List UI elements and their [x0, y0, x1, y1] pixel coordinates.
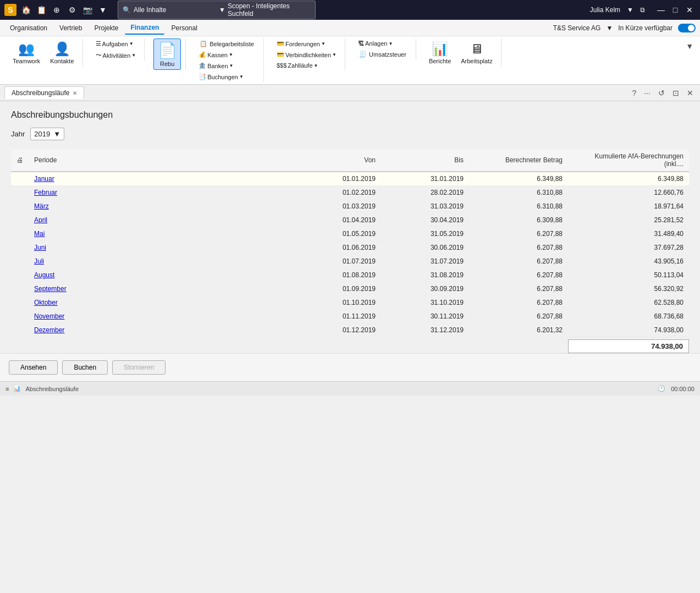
- umsatzsteuer-button[interactable]: 🧾 Umsatzsteuer: [354, 49, 411, 59]
- restore-icon[interactable]: ⧉: [640, 6, 645, 14]
- menu-organisation[interactable]: Organisation: [4, 22, 53, 34]
- soon-toggle[interactable]: [678, 24, 696, 32]
- row-periode[interactable]: November: [29, 310, 293, 323]
- berichte-button[interactable]: 📊 Berichte: [425, 39, 455, 67]
- menu-personal[interactable]: Personal: [166, 22, 202, 34]
- row-periode[interactable]: Januar: [29, 172, 293, 186]
- more-button[interactable]: ···: [642, 87, 653, 98]
- row-periode[interactable]: März: [29, 200, 293, 213]
- aufgaben-button[interactable]: ☰ Aufgaben ▼: [92, 39, 140, 49]
- global-search-bar[interactable]: 🔍 ▼ Scopen - Inteligentes Suchfeld: [118, 1, 316, 19]
- help-button[interactable]: ?: [630, 87, 639, 98]
- table-row: Mai 01.05.2019 31.05.2019 6.207,88 31.48…: [11, 227, 689, 241]
- kassen-button[interactable]: 💰 Kassen ▼: [195, 50, 259, 60]
- search-filter-icon[interactable]: ▼: [219, 6, 225, 14]
- layout-button[interactable]: ⊡: [670, 87, 681, 98]
- clock-time: 00:00:00: [671, 386, 695, 392]
- row-periode[interactable]: Juni: [29, 241, 293, 255]
- add-icon[interactable]: ⊕: [51, 4, 63, 16]
- belegarbeitsliste-button[interactable]: 📋 Belegarbeitsliste: [195, 39, 259, 49]
- close-tab-button[interactable]: ✕: [685, 87, 696, 98]
- maximize-button[interactable]: □: [669, 4, 681, 16]
- col-header-periode[interactable]: Periode: [29, 149, 293, 172]
- row-print-cell: [11, 213, 29, 227]
- row-print-cell: [11, 186, 29, 200]
- title-bar: S 🏠 📋 ⊕ ⚙ 📷 ▼ 🔍 ▼ Scopen - Inteligentes …: [0, 0, 700, 20]
- tab-close-button[interactable]: ✕: [73, 90, 77, 96]
- tab-bar: Abschreibungsläufe ✕ ? ··· ↺ ⊡ ✕: [0, 85, 700, 101]
- row-bis: 30.06.2019: [381, 241, 469, 255]
- status-bar-icon: ≡: [5, 386, 9, 392]
- bottom-actions: Ansehen Buchen Stornieren: [0, 353, 700, 381]
- row-periode[interactable]: September: [29, 282, 293, 296]
- verbindlichkeiten-icon: 💳: [277, 51, 284, 58]
- row-periode[interactable]: Februar: [29, 186, 293, 200]
- rebu-icon: 📄: [158, 41, 177, 59]
- menu-finanzen[interactable]: Finanzen: [125, 21, 164, 35]
- rebu-label: Rebu: [160, 61, 174, 67]
- table-header-row: 🖨 Periode Von Bis Berechneter Betrag Kum…: [11, 149, 689, 172]
- camera-icon[interactable]: 📷: [81, 4, 93, 16]
- close-window-button[interactable]: ✕: [684, 4, 696, 16]
- status-bar-text: Abschreibungsläufe: [25, 386, 658, 392]
- row-periode[interactable]: Juli: [29, 255, 293, 268]
- row-print-cell: [11, 227, 29, 241]
- window-controls: — □ ✕: [655, 4, 696, 16]
- aktivitaeten-button[interactable]: 〜 Aktivitäten ▼: [92, 50, 140, 61]
- tab-abschreibungslaeufe[interactable]: Abschreibungsläufe ✕: [4, 86, 84, 99]
- print-icon[interactable]: 🖨: [16, 156, 23, 164]
- search-input[interactable]: [134, 6, 217, 14]
- banken-button[interactable]: 🏦 Banken ▼: [195, 61, 259, 71]
- row-periode[interactable]: April: [29, 213, 293, 227]
- arbeitsplatz-button[interactable]: 🖥 Arbeitsplatz: [457, 39, 496, 67]
- rebu-button[interactable]: 📄 Rebu: [153, 39, 181, 70]
- year-dropdown[interactable]: 2019 ▼: [30, 128, 64, 140]
- company-chevron[interactable]: ▼: [606, 24, 613, 32]
- buchungen-chevron: ▼: [239, 74, 244, 79]
- row-bis: 31.08.2019: [381, 268, 469, 282]
- col-header-bis[interactable]: Bis: [381, 149, 469, 172]
- forderungen-button[interactable]: 💳 Forderungen ▼: [273, 39, 340, 49]
- ribbon-group-tasks: ☰ Aufgaben ▼ 〜 Aktivitäten ▼: [87, 39, 145, 61]
- row-bis: 31.10.2019: [381, 296, 469, 310]
- anlagen-button[interactable]: 🏗 Anlagen ▼: [354, 39, 411, 48]
- row-betrag: 6.207,88: [469, 268, 568, 282]
- menu-projekte[interactable]: Projekte: [89, 22, 124, 34]
- arbeitsplatz-label: Arbeitsplatz: [461, 58, 492, 64]
- stornieren-button[interactable]: Stornieren: [112, 360, 166, 375]
- user-chevron[interactable]: ▼: [627, 6, 633, 14]
- col-header-betrag[interactable]: Berechneter Betrag: [469, 149, 568, 172]
- menu-vertrieb[interactable]: Vertrieb: [54, 22, 87, 34]
- settings-icon[interactable]: ⚙: [66, 4, 78, 16]
- row-kumuliert: 43.905,16: [568, 255, 689, 268]
- ribbon-expand-button[interactable]: ▼: [684, 41, 696, 52]
- ansehen-button[interactable]: Ansehen: [9, 360, 58, 375]
- kontakte-button[interactable]: 👤 Kontakte: [46, 39, 78, 67]
- minimize-button[interactable]: —: [655, 4, 667, 16]
- row-von: 01.01.2019: [293, 172, 381, 186]
- year-select-row: Jahr 2019 ▼: [11, 128, 689, 140]
- verbindlichkeiten-button[interactable]: 💳 Verbindlichkeiten ▼: [273, 50, 340, 60]
- col-header-kumuliert[interactable]: Kumulierte AfA-Berechnungen (inkl....: [568, 149, 689, 172]
- row-periode[interactable]: Mai: [29, 227, 293, 241]
- row-periode[interactable]: Oktober: [29, 296, 293, 310]
- teamwork-button[interactable]: 👥 Teamwork: [9, 39, 44, 67]
- verbindlichkeiten-label: Verbindlichkeiten: [285, 52, 331, 58]
- row-periode[interactable]: August: [29, 268, 293, 282]
- year-label: Jahr: [11, 130, 25, 138]
- home-icon[interactable]: 🏠: [20, 4, 32, 16]
- row-bis: 31.01.2019: [381, 172, 469, 186]
- dropdown-icon[interactable]: ▼: [97, 4, 109, 16]
- row-periode[interactable]: Dezember: [29, 323, 293, 337]
- ribbon-group-teamwork: 👥 Teamwork 👤 Kontakte: [4, 39, 83, 67]
- refresh-button[interactable]: ↺: [656, 87, 667, 98]
- col-header-von[interactable]: Von: [293, 149, 381, 172]
- clipboard-icon[interactable]: 📋: [35, 4, 47, 16]
- user-name[interactable]: Julia Kelm: [590, 6, 620, 14]
- content-wrapper: Abschreibungsbuchungen Jahr 2019 ▼ 🖨 Per…: [0, 101, 700, 381]
- zahllaufe-button[interactable]: $$$ Zahlläufe ▼: [273, 61, 340, 70]
- buchen-button[interactable]: Buchen: [62, 360, 108, 375]
- user-section: Julia Kelm ▼ ⧉: [590, 6, 645, 14]
- company-name[interactable]: T&S Service AG: [553, 24, 601, 32]
- buchungen-button[interactable]: 📑 Buchungen ▼: [195, 72, 259, 82]
